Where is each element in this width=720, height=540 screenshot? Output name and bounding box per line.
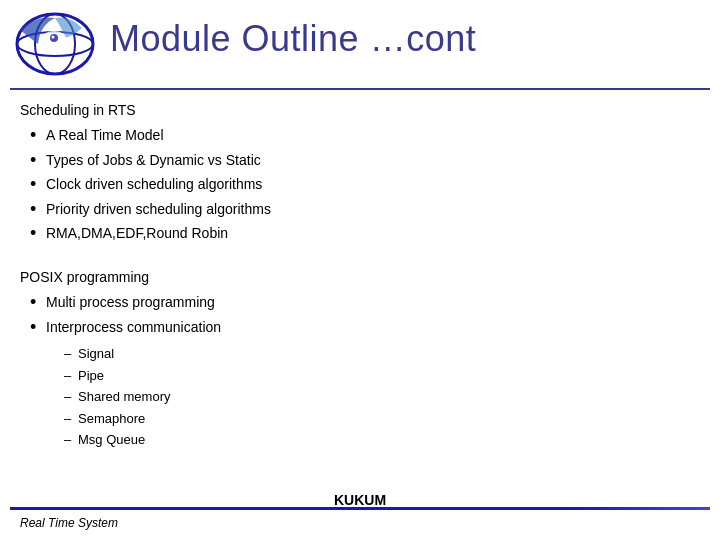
dash: –: [64, 409, 78, 429]
scheduling-bullets: •A Real Time Model •Types of Jobs & Dyna…: [30, 125, 700, 245]
list-item: –Shared memory: [64, 387, 700, 407]
bullet-dot: •: [30, 125, 46, 147]
section-scheduling-heading: Scheduling in RTS: [20, 100, 700, 121]
footer-text: Real Time System: [20, 516, 118, 530]
section-scheduling: Scheduling in RTS •A Real Time Model •Ty…: [20, 100, 700, 245]
bullet-dot: •: [30, 150, 46, 172]
list-item: –Semaphore: [64, 409, 700, 429]
list-item: –Signal: [64, 344, 700, 364]
bullet-dot: •: [30, 223, 46, 245]
list-item: –Msg Queue: [64, 430, 700, 450]
posix-bullets: •Multi process programming •Interprocess…: [30, 292, 700, 338]
title-bar: Module Outline …cont: [110, 18, 700, 60]
bullet-text: A Real Time Model: [46, 125, 164, 146]
bullet-text: Clock driven scheduling algorithms: [46, 174, 262, 195]
bullet-text: Priority driven scheduling algorithms: [46, 199, 271, 220]
list-item: •Clock driven scheduling algorithms: [30, 174, 700, 196]
bullet-dot: •: [30, 317, 46, 339]
sub-bullet-text: Semaphore: [78, 409, 145, 429]
bullet-dot: •: [30, 199, 46, 221]
slide: Module Outline …cont Scheduling in RTS •…: [0, 0, 720, 540]
sub-bullet-text: Shared memory: [78, 387, 170, 407]
list-item: •Priority driven scheduling algorithms: [30, 199, 700, 221]
section-posix-heading: POSIX programming: [20, 267, 700, 288]
list-item: –Pipe: [64, 366, 700, 386]
bullet-text: Types of Jobs & Dynamic vs Static: [46, 150, 261, 171]
list-item: •Interprocess communication: [30, 317, 700, 339]
sub-bullet-text: Pipe: [78, 366, 104, 386]
bullet-text: Interprocess communication: [46, 317, 221, 338]
dash: –: [64, 430, 78, 450]
list-item: •Types of Jobs & Dynamic vs Static: [30, 150, 700, 172]
bullet-dot: •: [30, 292, 46, 314]
bottom-rule: [10, 507, 710, 510]
section-posix: POSIX programming •Multi process program…: [20, 267, 700, 450]
title-rule: [10, 88, 710, 90]
slide-title: Module Outline …cont: [110, 18, 700, 60]
bullet-text: RMA,DMA,EDF,Round Robin: [46, 223, 228, 244]
posix-sub-bullets: –Signal –Pipe –Shared memory –Semaphore …: [64, 344, 700, 450]
list-item: •RMA,DMA,EDF,Round Robin: [30, 223, 700, 245]
svg-point-5: [52, 36, 55, 39]
section-gap: [20, 251, 700, 267]
bullet-dot: •: [30, 174, 46, 196]
list-item: •A Real Time Model: [30, 125, 700, 147]
dash: –: [64, 387, 78, 407]
bottom-label: KUKUM: [326, 492, 394, 508]
sub-bullet-text: Signal: [78, 344, 114, 364]
list-item: •Multi process programming: [30, 292, 700, 314]
dash: –: [64, 344, 78, 364]
content-area: Scheduling in RTS •A Real Time Model •Ty…: [20, 100, 700, 480]
dash: –: [64, 366, 78, 386]
logo: [10, 10, 100, 80]
bullet-text: Multi process programming: [46, 292, 215, 313]
sub-bullet-text: Msg Queue: [78, 430, 145, 450]
